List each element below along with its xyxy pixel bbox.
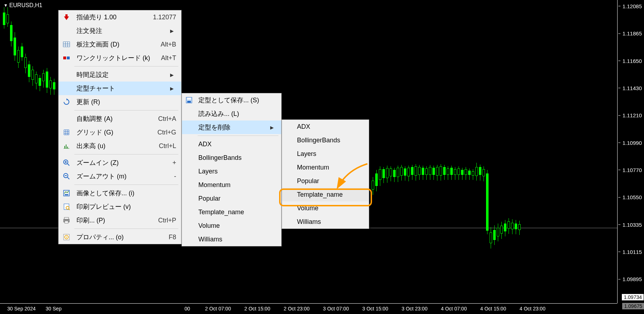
x-axis-tick: 2 Oct 23:00 — [284, 306, 309, 311]
menu-separator — [74, 66, 178, 67]
menu-item[interactable]: 板注文画面 (D)Alt+B — [59, 38, 181, 51]
grid-icon — [59, 129, 74, 136]
submenu-item[interactable]: 定型として保存... (S) — [182, 93, 281, 107]
menu-item-shortcut: Alt+B — [150, 41, 176, 48]
menu-separator — [74, 185, 178, 185]
svg-marker-8 — [66, 98, 68, 100]
menu-item[interactable]: 指値売り 1.001.12077 — [59, 10, 181, 24]
menu-item[interactable]: 時間足設定▶ — [59, 68, 181, 82]
menu-item-label: 出来高 (u) — [74, 142, 148, 150]
menu-item-shortcut: Ctrl+G — [147, 129, 176, 136]
menu-item[interactable]: 定型チャート▶ — [59, 82, 181, 95]
menu-item-label: プロパティ... (o) — [74, 233, 155, 241]
menu-item-label: 注文発注 — [74, 26, 168, 35]
submenu-arrow-icon: ▶ — [268, 125, 276, 130]
depth-icon — [59, 41, 74, 48]
submenu-item[interactable]: Popular — [182, 192, 281, 205]
svg-rect-6 — [63, 57, 66, 59]
price-marker: 1.09734 — [621, 294, 644, 301]
candle-cluster-left — [3, 7, 60, 97]
delete-template-item[interactable]: Layers — [282, 147, 369, 161]
delete-template-item-label: BollingerBands — [295, 137, 364, 144]
delete-template-item[interactable]: Williams — [282, 215, 369, 229]
menu-item[interactable]: 印刷プレビュー (v) — [59, 200, 181, 214]
delete-template-item-label: Template_name — [295, 191, 364, 198]
menu-item[interactable]: プロパティ... (o)F8 — [59, 230, 181, 244]
delete-template-item[interactable]: Volume — [282, 201, 369, 215]
x-axis-tick: 3 Oct 15:00 — [362, 306, 388, 311]
menu-item[interactable]: 画像として保存... (i) — [59, 186, 181, 200]
menu-item[interactable]: 自動調整 (A)Ctrl+A — [59, 112, 181, 126]
menu-item[interactable]: ワンクリックトレード (k)Alt+T — [59, 51, 181, 65]
menu-item-shortcut: + — [155, 159, 176, 167]
submenu-item-label: 定型を削除 — [196, 123, 268, 132]
submenu-arrow-icon: ▶ — [168, 86, 176, 91]
menu-item-label: 印刷... (P) — [74, 216, 147, 225]
delete-template-item-label: Volume — [295, 205, 364, 212]
menu-item-label: グリッド (G) — [74, 128, 147, 137]
x-axis-tick: 2 Oct 15:00 — [244, 306, 270, 311]
menu-item[interactable]: 印刷... (P)Ctrl+P — [59, 214, 181, 227]
menu-item-label: ズームアウト (m) — [74, 172, 155, 181]
submenu-item[interactable]: Momentum — [182, 178, 281, 192]
svg-rect-33 — [187, 101, 191, 103]
menu-item-label: 画像として保存... (i) — [74, 189, 176, 197]
delete-template-item[interactable]: BollingerBands — [282, 133, 369, 147]
menu-item-label: 印刷プレビュー (v) — [74, 202, 176, 211]
y-axis-tick: 1.11430 — [623, 85, 642, 91]
svg-rect-32 — [187, 98, 191, 99]
sell-arrow — [59, 14, 74, 21]
menu-item[interactable]: 出来高 (u)Ctrl+L — [59, 139, 181, 153]
submenu-item-label: Layers — [196, 168, 276, 175]
x-axis-tick: 4 Oct 15:00 — [480, 306, 506, 311]
menu-item-label: ワンクリックトレード (k) — [74, 54, 150, 62]
oneclick-icon — [59, 54, 74, 62]
y-axis-tick: 1.10550 — [623, 194, 642, 200]
x-axis-tick: 4 Oct 23:00 — [520, 306, 545, 311]
y-axis-tick: 1.10770 — [623, 167, 642, 173]
context-menu-template[interactable]: 定型として保存... (S)読み込み... (L)定型を削除▶ADXBollin… — [182, 93, 282, 246]
submenu-item-label: Popular — [196, 195, 276, 202]
y-axis: 1.120851.118651.116501.114301.112101.109… — [617, 0, 644, 303]
delete-template-item[interactable]: ADX — [282, 120, 369, 133]
saveimg-icon — [59, 190, 74, 197]
y-axis-tick: 1.11865 — [623, 30, 642, 36]
menu-separator — [198, 136, 278, 136]
delete-template-item-label: ADX — [295, 123, 364, 131]
submenu-item[interactable]: BollingerBands — [182, 151, 281, 165]
delete-template-item[interactable]: Popular — [282, 174, 369, 188]
svg-rect-12 — [67, 147, 68, 148]
submenu-item[interactable]: ADX — [182, 137, 281, 151]
candle-cluster-right — [372, 163, 525, 256]
price-marker: 1.09675 — [622, 303, 644, 309]
menu-item-shortcut: - — [155, 173, 176, 180]
delete-template-item[interactable]: Momentum — [282, 161, 369, 174]
delete-template-item-label: Popular — [295, 177, 364, 185]
context-menu-delete-template[interactable]: ADXBollingerBandsLayersMomentumPopularTe… — [282, 119, 369, 229]
x-axis: 30 Sep 202430 Sep 002 Oct 07:002 Oct 15:… — [0, 303, 617, 314]
menu-item[interactable]: ズームアウト (m)- — [59, 170, 181, 183]
delete-template-item[interactable]: Template_name — [282, 188, 369, 201]
submenu-item[interactable]: 読み込み... (L) — [182, 107, 281, 121]
delete-template-item-label: Layers — [295, 150, 364, 158]
menu-item-shortcut: F8 — [155, 234, 176, 241]
menu-item[interactable]: 注文発注▶ — [59, 24, 181, 38]
submenu-item[interactable]: Volume — [182, 219, 281, 232]
menu-item[interactable]: グリッド (G)Ctrl+G — [59, 126, 181, 139]
menu-item[interactable]: 更新 (R) — [59, 95, 181, 109]
menu-item-shortcut: Ctrl+A — [147, 115, 176, 123]
delete-template-item-label: Williams — [295, 218, 364, 226]
menu-item[interactable]: ズームイン (Z)+ — [59, 156, 181, 170]
menu-item-label: 板注文画面 (D) — [74, 40, 150, 49]
menu-item-shortcut: 1.12077 — [142, 14, 176, 21]
submenu-item-label: BollingerBands — [196, 154, 276, 162]
menu-item-label: ズームイン (Z) — [74, 158, 155, 167]
x-axis-tick: 3 Oct 07:00 — [323, 306, 349, 311]
context-menu-main[interactable]: 指値売り 1.001.12077注文発注▶板注文画面 (D)Alt+Bワンクリッ… — [58, 10, 182, 244]
submenu-item[interactable]: Williams — [182, 232, 281, 246]
submenu-item[interactable]: 定型を削除▶ — [182, 121, 281, 134]
submenu-item[interactable]: Template_name — [182, 205, 281, 219]
submenu-item[interactable]: Layers — [182, 165, 281, 178]
y-axis-tick: 1.11650 — [623, 58, 642, 64]
x-axis-tick: 2 Oct 07:00 — [205, 306, 231, 311]
